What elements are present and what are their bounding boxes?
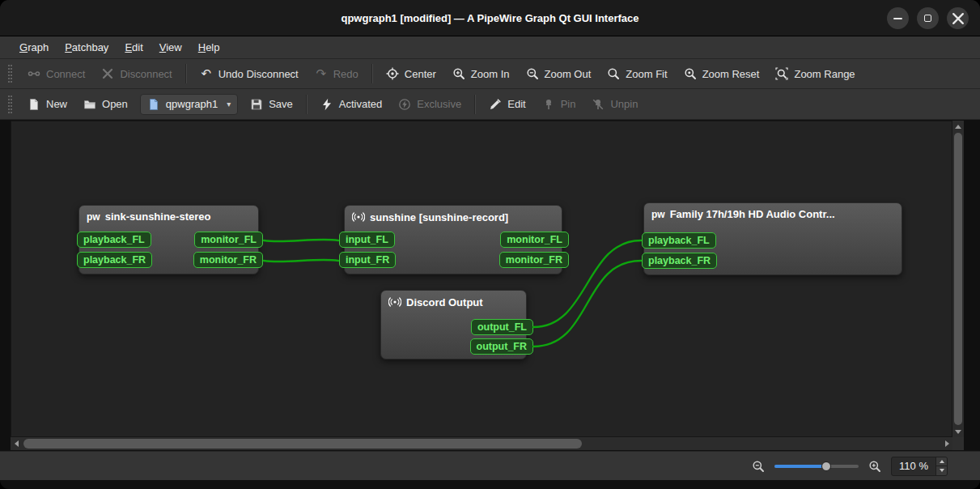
undo-disconnect-label: Undo Disconnect	[218, 68, 299, 80]
scroll-up-button[interactable]	[952, 121, 964, 132]
menu-edit[interactable]: Edit	[117, 38, 151, 57]
zoom-reset-label: Zoom Reset	[702, 68, 760, 80]
connect-button[interactable]: Connect	[20, 62, 92, 85]
redo-button[interactable]: ↷ Redo	[308, 62, 366, 85]
unpin-icon	[592, 98, 605, 111]
zoom-out-icon[interactable]	[752, 460, 765, 473]
triangle-up-icon	[955, 125, 961, 129]
toolbar-drag-handle[interactable]	[8, 96, 12, 113]
port-playback_FR[interactable]: playback_FR	[642, 253, 717, 269]
zoom-fit-icon	[607, 67, 620, 80]
scroll-right-button[interactable]	[941, 438, 952, 449]
port-playback_FR[interactable]: playback_FR	[77, 252, 152, 268]
connect-icon	[28, 67, 40, 80]
node-title: sunshine [sunshine-record]	[370, 211, 508, 223]
graph-node-sink-sunshine-stereo[interactable]: pw sink-sunshine-stereo playback_FL play…	[78, 205, 259, 274]
graph-node-family-hd-audio[interactable]: pw Family 17h/19h HD Audio Contr... play…	[643, 202, 902, 275]
port-playback_FL[interactable]: playback_FL	[77, 232, 151, 248]
menu-graph[interactable]: Graph	[11, 38, 57, 57]
pin-icon	[542, 98, 555, 111]
window-title: qpwgraph1 [modified] — A PipeWire Graph …	[341, 12, 638, 24]
minimize-button[interactable]	[887, 7, 909, 29]
horizontal-scrollbar-thumb[interactable]	[23, 439, 582, 449]
port-monitor_FL[interactable]: monitor_FL	[500, 232, 569, 248]
exclusive-button[interactable]: Exclusive	[391, 93, 469, 116]
zoom-in-icon	[452, 67, 465, 80]
unpin-button[interactable]: Unpin	[584, 93, 645, 116]
zoom-slider[interactable]	[774, 460, 859, 473]
port-output_FR[interactable]: output_FR	[470, 338, 533, 355]
activated-button[interactable]: Activated	[313, 93, 389, 116]
spin-down-button[interactable]	[936, 466, 947, 475]
graph-node-sunshine[interactable]: sunshine [sunshine-record] input_FL inpu…	[344, 205, 562, 274]
port-output_FL[interactable]: output_FL	[471, 319, 533, 335]
vertical-scrollbar-thumb[interactable]	[954, 133, 962, 425]
cable-monitor_FR-to-input_FR[interactable]	[264, 260, 338, 262]
node-title: sink-sunshine-stereo	[105, 210, 211, 223]
exclusive-icon	[398, 98, 411, 111]
titlebar[interactable]: qpwgraph1 [modified] — A PipeWire Graph …	[0, 0, 980, 36]
zoom-range-button[interactable]: Zoom Range	[768, 62, 862, 85]
toolbar-file: New Open qpwgraph1 ▾ Save Activated Excl…	[0, 89, 980, 120]
toolbar-drag-handle[interactable]	[8, 65, 12, 83]
zoom-spinbox[interactable]: 110 %	[891, 457, 948, 476]
window-controls	[887, 7, 969, 29]
spin-up-button[interactable]	[936, 457, 947, 467]
zoom-in-button[interactable]: Zoom In	[445, 62, 517, 85]
zoom-out-button[interactable]: Zoom Out	[519, 62, 599, 85]
graph-view: pw sink-sunshine-stereo playback_FL play…	[11, 121, 964, 450]
vertical-scrollbar[interactable]	[952, 121, 964, 437]
zoom-reset-icon	[684, 67, 697, 80]
disconnect-button[interactable]: Disconnect	[94, 62, 179, 85]
cable-monitor_FL-to-input_FL[interactable]	[264, 240, 338, 241]
port-input_FL[interactable]: input_FL	[339, 232, 395, 248]
menu-view[interactable]: View	[151, 38, 190, 57]
node-header: pw sink-sunshine-stereo	[79, 206, 258, 223]
disconnect-label: Disconnect	[120, 68, 172, 80]
maximize-button[interactable]	[917, 7, 939, 29]
triangle-right-icon	[945, 440, 949, 447]
zoom-fit-label: Zoom Fit	[626, 68, 667, 80]
new-label: New	[46, 98, 67, 110]
record-icon	[388, 296, 401, 308]
undo-disconnect-button[interactable]: ↶ Undo Disconnect	[193, 62, 306, 85]
redo-icon: ↷	[315, 67, 328, 80]
new-button[interactable]: New	[20, 93, 74, 116]
scroll-down-button[interactable]	[952, 426, 964, 437]
toolbar-graph: Connect Disconnect ↶ Undo Disconnect ↷ R…	[0, 59, 980, 89]
zoom-slider-handle[interactable]	[821, 461, 831, 471]
port-monitor_FR[interactable]: monitor_FR	[499, 252, 569, 268]
scroll-left-button[interactable]	[11, 438, 22, 449]
toolbar-separator	[474, 95, 476, 114]
patchbay-select[interactable]: qpwgraph1 ▾	[140, 94, 238, 115]
open-button[interactable]: Open	[76, 93, 135, 116]
port-playback_FL[interactable]: playback_FL	[642, 232, 716, 249]
open-folder-icon	[83, 98, 96, 111]
port-monitor_FL[interactable]: monitor_FL	[194, 232, 263, 248]
activated-label: Activated	[339, 98, 382, 110]
menu-patchbay[interactable]: Patchbay	[57, 38, 117, 57]
save-label: Save	[269, 98, 293, 110]
triangle-down-icon	[940, 469, 944, 472]
horizontal-scrollbar[interactable]	[11, 437, 952, 450]
chevron-down-icon: ▾	[227, 100, 231, 108]
close-button[interactable]	[947, 7, 969, 29]
port-input_FR[interactable]: input_FR	[339, 252, 396, 268]
zoom-range-icon	[775, 67, 788, 80]
graph-canvas[interactable]: pw sink-sunshine-stereo playback_FL play…	[11, 121, 952, 437]
zoom-reset-button[interactable]: Zoom Reset	[677, 62, 767, 85]
menu-help[interactable]: Help	[190, 38, 228, 57]
zoom-in-icon[interactable]	[868, 460, 881, 473]
pin-button[interactable]: Pin	[535, 93, 583, 116]
port-monitor_FR[interactable]: monitor_FR	[193, 252, 263, 268]
center-button[interactable]: Center	[379, 62, 443, 85]
triangle-down-icon	[955, 430, 961, 434]
minimize-icon	[893, 18, 902, 19]
graph-node-discord-output[interactable]: Discord Output output_FL output_FR	[380, 290, 527, 359]
pipewire-icon: pw	[87, 211, 100, 223]
edit-button[interactable]: Edit	[482, 93, 532, 116]
save-button[interactable]: Save	[243, 93, 300, 116]
zoom-fit-button[interactable]: Zoom Fit	[600, 62, 674, 85]
undo-icon: ↶	[200, 67, 213, 80]
disconnect-icon	[101, 67, 114, 80]
